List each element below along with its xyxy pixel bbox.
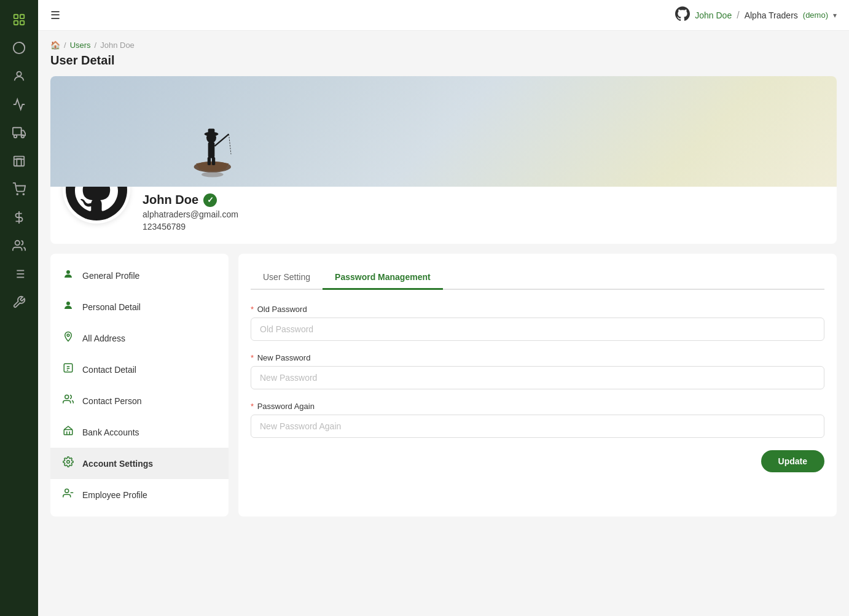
sidebar-item-account-settings[interactable]: Account Settings	[50, 448, 229, 479]
sidebar-item-label: Contact Person	[82, 396, 142, 406]
nav-list-icon[interactable]	[7, 262, 31, 286]
svg-rect-6	[13, 128, 22, 135]
user-profile-info: John Doe ✓ alphatraders@gmail.com 123456…	[143, 187, 238, 232]
contact-person-icon	[61, 394, 75, 408]
required-star-3: *	[251, 402, 254, 411]
sidebar-menu: General Profile Personal Detail All Addr…	[50, 254, 229, 517]
svg-rect-39	[64, 430, 72, 435]
topbar-company: Alpha Traders	[745, 10, 798, 20]
svg-point-42	[67, 461, 70, 464]
sidebar-item-employee-profile[interactable]: Employee Profile	[50, 479, 229, 510]
nav-dashboard-icon[interactable]	[7, 7, 31, 32]
update-button[interactable]: Update	[761, 450, 824, 472]
required-star: *	[251, 305, 254, 314]
new-password-label: * New Password	[251, 353, 824, 362]
svg-point-14	[15, 241, 20, 245]
nav-dollar-icon[interactable]	[7, 205, 31, 230]
svg-point-12	[23, 193, 24, 195]
main-content: ☰ John Doe / Alpha Traders (demo) ▾ 🏠 / …	[38, 0, 849, 616]
general-profile-icon	[61, 268, 75, 283]
old-password-label: * Old Password	[251, 305, 824, 314]
user-full-name: John Doe ✓	[143, 193, 238, 207]
svg-point-32	[66, 302, 70, 305]
breadcrumb-sep2: /	[95, 41, 97, 50]
nav-wrench-icon[interactable]	[7, 290, 31, 314]
svg-rect-25	[208, 128, 215, 135]
profile-banner: John Doe ✓ alphatraders@gmail.com 123456…	[50, 76, 837, 244]
nav-chart-icon[interactable]	[7, 92, 31, 117]
svg-rect-22	[208, 142, 215, 158]
sidebar-item-label: Employee Profile	[82, 490, 147, 500]
sidebar-item-label: Bank Accounts	[82, 427, 139, 437]
tab-user-setting[interactable]: User Setting	[251, 266, 323, 290]
svg-point-5	[17, 72, 21, 76]
tab-password-management[interactable]: Password Management	[323, 266, 443, 290]
sidebar-item-label: All Address	[82, 333, 125, 343]
svg-rect-0	[14, 15, 18, 18]
user-email: alphatraders@gmail.com	[143, 209, 238, 219]
hamburger-menu-icon[interactable]: ☰	[50, 9, 60, 22]
nav-basket-icon[interactable]	[7, 177, 31, 201]
right-panel: User Setting Password Management * Old P…	[238, 254, 837, 517]
profile-info-section: John Doe ✓ alphatraders@gmail.com 123456…	[50, 187, 837, 244]
topbar-demo-label: (demo)	[803, 10, 828, 20]
account-settings-icon	[61, 456, 75, 470]
topbar-username: John Doe	[695, 10, 732, 20]
sidebar-item-label: Personal Detail	[82, 302, 141, 312]
svg-rect-28	[208, 157, 211, 165]
nav-building-icon[interactable]	[7, 149, 31, 173]
required-star-2: *	[251, 353, 254, 362]
nav-truck-icon[interactable]	[7, 120, 31, 145]
svg-point-33	[67, 334, 69, 337]
personal-detail-icon	[61, 300, 75, 314]
breadcrumb: 🏠 / Users / John Doe	[50, 41, 837, 50]
banner-image	[50, 76, 837, 187]
home-icon[interactable]: 🏠	[50, 41, 60, 50]
nav-stats-icon[interactable]	[7, 36, 31, 60]
page-title: User Detail	[50, 53, 837, 68]
page-container: 🏠 / Users / John Doe User Detail	[38, 31, 849, 616]
left-navigation	[0, 0, 38, 616]
svg-point-30	[201, 172, 224, 177]
breadcrumb-current: John Doe	[100, 41, 135, 50]
old-password-input[interactable]	[251, 318, 824, 341]
sidebar-item-personal-detail[interactable]: Personal Detail	[50, 291, 229, 322]
svg-point-31	[66, 270, 70, 274]
svg-rect-9	[14, 157, 25, 166]
all-address-icon	[61, 331, 75, 345]
sidebar-item-bank-accounts[interactable]: Bank Accounts	[50, 416, 229, 448]
svg-line-27	[229, 134, 231, 154]
nav-team-icon[interactable]	[7, 233, 31, 258]
topbar-dropdown-icon[interactable]: ▾	[833, 11, 837, 20]
svg-point-38	[65, 395, 69, 399]
employee-profile-icon	[61, 488, 75, 502]
sidebar-item-contact-person[interactable]: Contact Person	[50, 385, 229, 416]
sidebar-item-label: Account Settings	[82, 459, 153, 469]
svg-rect-29	[212, 157, 215, 165]
sidebar-item-general-profile[interactable]: General Profile	[50, 260, 229, 291]
password-again-group: * Password Again	[251, 402, 824, 438]
topbar-separator: /	[737, 10, 739, 21]
content-lower: General Profile Personal Detail All Addr…	[50, 254, 837, 517]
top-bar: ☰ John Doe / Alpha Traders (demo) ▾	[38, 0, 849, 31]
nav-user-icon[interactable]	[7, 64, 31, 88]
svg-line-26	[214, 134, 229, 146]
contact-detail-icon	[61, 362, 75, 376]
svg-point-43	[65, 489, 69, 493]
breadcrumb-sep1: /	[64, 41, 66, 50]
old-password-group: * Old Password	[251, 305, 824, 341]
svg-point-8	[22, 135, 25, 138]
new-password-input[interactable]	[251, 366, 824, 389]
breadcrumb-users-link[interactable]: Users	[70, 41, 91, 50]
svg-rect-2	[14, 21, 18, 25]
sidebar-item-contact-detail[interactable]: Contact Detail	[50, 354, 229, 385]
sidebar-item-all-address[interactable]: All Address	[50, 322, 229, 354]
verified-badge: ✓	[203, 193, 217, 207]
form-actions: Update	[251, 450, 824, 472]
sidebar-item-label: Contact Detail	[82, 365, 136, 375]
user-account-menu[interactable]: John Doe / Alpha Traders (demo) ▾	[675, 6, 837, 25]
password-again-label: * Password Again	[251, 402, 824, 411]
password-again-input[interactable]	[251, 415, 824, 438]
bank-accounts-icon	[61, 425, 75, 439]
user-phone: 123456789	[143, 222, 238, 232]
